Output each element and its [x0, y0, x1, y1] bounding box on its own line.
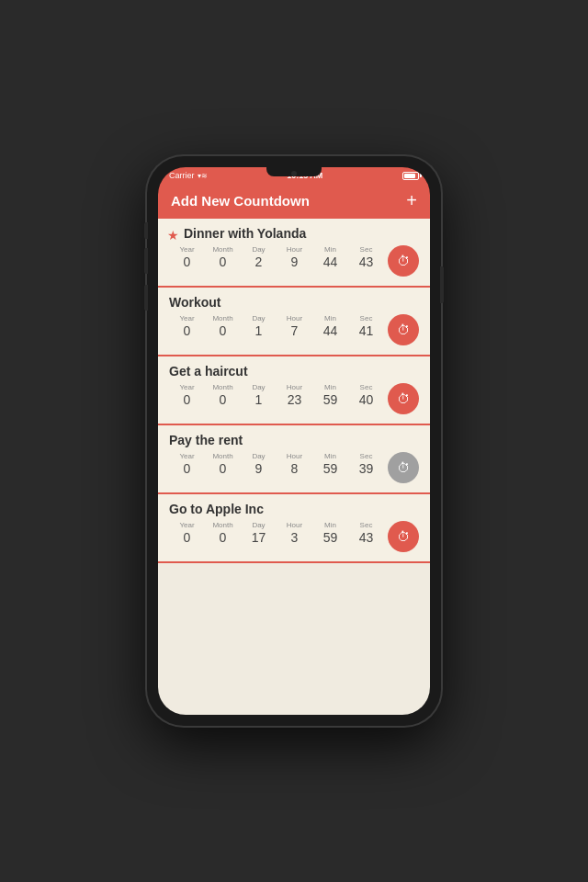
time-label-min: Min: [324, 521, 336, 529]
time-unit-month: Month0: [205, 383, 241, 407]
time-unit-min: Min59: [312, 383, 348, 407]
time-label-year: Year: [179, 314, 194, 322]
time-value-day: 17: [252, 530, 266, 545]
time-unit-month: Month0: [205, 452, 241, 476]
time-value-day: 1: [255, 323, 263, 338]
time-unit-min: Min44: [312, 314, 348, 338]
app-header: Add New Countdown +: [158, 184, 430, 219]
countdown-item-5[interactable]: Go to Apple IncYear0Month0Day17Hour3Min5…: [158, 494, 430, 563]
volume-down-button: [144, 285, 148, 311]
clock-icon: ⏱: [397, 529, 410, 544]
time-value-year: 0: [184, 323, 191, 338]
countdown-list: Dinner with YolandaYear0Month0Day2Hour9M…: [158, 219, 430, 715]
battery-indicator: [402, 172, 419, 180]
time-value-min: 44: [323, 323, 338, 338]
time-value-sec: 43: [359, 254, 374, 269]
time-unit-month: Month0: [205, 314, 241, 338]
time-unit-hour: Hour9: [277, 245, 312, 269]
countdown-item-4[interactable]: Pay the rentYear0Month0Day9Hour8Min59Sec…: [158, 425, 430, 494]
wifi-icon: ▾≋: [198, 172, 208, 180]
countdown-timer-icon-2[interactable]: ⏱: [388, 314, 419, 345]
time-row-4: Year0Month0Day9Hour8Min59Sec39⏱: [169, 452, 419, 483]
time-unit-hour: Hour3: [277, 521, 312, 545]
header-title: Add New Countdown: [171, 193, 310, 209]
phone-screen: Carrier ▾≋ 10:15 AM Add New Countdown + …: [158, 167, 430, 715]
mute-switch: [144, 222, 148, 239]
time-label-year: Year: [179, 245, 194, 254]
power-button: [440, 266, 444, 303]
time-unit-sec: Sec43: [348, 521, 384, 545]
clock-icon: ⏱: [397, 460, 410, 475]
countdown-item-1[interactable]: Dinner with YolandaYear0Month0Day2Hour9M…: [158, 219, 430, 288]
time-label-day: Day: [252, 521, 265, 529]
time-unit-year: Year0: [169, 521, 205, 545]
countdown-item-2[interactable]: WorkoutYear0Month0Day1Hour7Min44Sec41⏱: [158, 288, 430, 356]
time-value-min: 59: [323, 392, 338, 407]
time-value-month: 0: [220, 461, 227, 476]
add-countdown-button[interactable]: +: [406, 191, 417, 209]
time-value-month: 0: [220, 323, 227, 338]
time-value-day: 2: [255, 254, 263, 269]
time-label-day: Day: [252, 383, 265, 391]
time-value-min: 59: [323, 461, 338, 476]
time-unit-month: Month0: [205, 521, 241, 545]
time-unit-min: Min44: [312, 245, 348, 269]
countdown-title-1: Dinner with Yolanda: [184, 226, 419, 241]
time-value-sec: 39: [359, 461, 374, 476]
time-label-hour: Hour: [287, 383, 302, 391]
time-value-month: 0: [220, 530, 227, 545]
time-unit-hour: Hour23: [277, 383, 312, 407]
time-value-day: 9: [255, 461, 263, 476]
time-unit-sec: Sec39: [348, 452, 384, 476]
time-unit-min: Min59: [312, 521, 348, 545]
time-label-min: Min: [324, 452, 336, 460]
time-unit-hour: Hour8: [277, 452, 312, 476]
clock-icon: ⏱: [397, 391, 410, 406]
time-value-hour: 3: [291, 530, 299, 545]
time-unit-day: Day1: [241, 314, 277, 338]
time-label-month: Month: [212, 452, 232, 460]
time-unit-day: Day2: [241, 245, 277, 269]
countdown-title-2: Workout: [169, 295, 419, 310]
time-unit-hour: Hour7: [277, 314, 312, 338]
carrier-label: Carrier ▾≋: [169, 171, 208, 180]
time-label-month: Month: [212, 383, 232, 391]
time-unit-year: Year0: [169, 452, 205, 476]
countdown-timer-icon-1[interactable]: ⏱: [388, 245, 419, 277]
time-value-hour: 23: [288, 392, 302, 407]
time-label-min: Min: [324, 245, 336, 254]
time-label-sec: Sec: [360, 383, 373, 391]
time-unit-sec: Sec43: [348, 245, 384, 269]
countdown-timer-icon-4[interactable]: ⏱: [388, 452, 419, 483]
clock-icon: ⏱: [397, 254, 410, 268]
time-value-month: 0: [220, 254, 227, 269]
time-unit-year: Year0: [169, 314, 205, 338]
time-unit-min: Min59: [312, 452, 348, 476]
time-label-min: Min: [324, 383, 336, 391]
time-label-month: Month: [212, 314, 232, 322]
time-label-day: Day: [252, 452, 265, 460]
time-label-year: Year: [179, 521, 194, 529]
countdown-timer-icon-3[interactable]: ⏱: [388, 383, 419, 414]
clock-icon: ⏱: [397, 322, 410, 337]
countdown-timer-icon-5[interactable]: ⏱: [388, 521, 419, 552]
time-value-day: 1: [255, 392, 263, 407]
time-label-sec: Sec: [360, 314, 373, 322]
time-unit-sec: Sec41: [348, 314, 384, 338]
time-label-day: Day: [252, 245, 265, 254]
countdown-item-3[interactable]: Get a haircutYear0Month0Day1Hour23Min59S…: [158, 356, 430, 425]
time-label-min: Min: [324, 314, 336, 322]
time-value-min: 59: [323, 530, 338, 545]
time-value-min: 44: [323, 254, 338, 269]
time-label-year: Year: [179, 452, 194, 460]
time-unit-day: Day9: [241, 452, 277, 476]
time-value-hour: 9: [291, 254, 299, 269]
time-value-sec: 41: [359, 323, 374, 338]
time-label-hour: Hour: [287, 314, 302, 322]
time-value-hour: 8: [291, 461, 299, 476]
time-value-year: 0: [184, 530, 191, 545]
time-unit-year: Year0: [169, 245, 205, 269]
time-unit-sec: Sec40: [348, 383, 384, 407]
time-value-month: 0: [220, 392, 227, 407]
battery-fill: [404, 174, 415, 178]
